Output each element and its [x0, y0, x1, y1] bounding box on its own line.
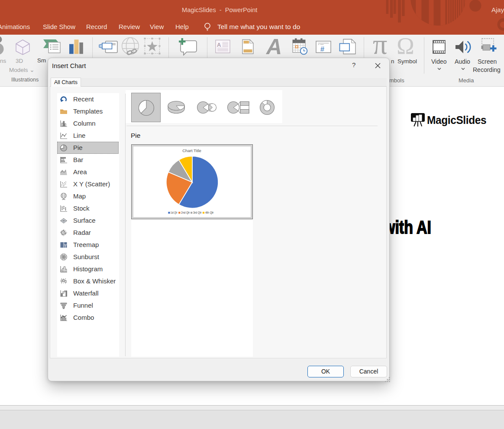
svg-text:A: A	[265, 35, 282, 59]
svg-text:#: #	[320, 46, 324, 53]
svg-text:1st Qtr: 1st Qtr	[171, 211, 178, 214]
svg-text:4th Qtr: 4th Qtr	[205, 211, 214, 214]
svg-text:Chart Title: Chart Title	[182, 148, 201, 153]
svg-text:3rd Qtr: 3rd Qtr	[193, 211, 201, 214]
svg-text:Ω: Ω	[397, 35, 414, 59]
svg-text:2nd Qtr: 2nd Qtr	[181, 211, 190, 214]
svg-text:π: π	[373, 35, 387, 60]
svg-text:A: A	[217, 42, 221, 48]
